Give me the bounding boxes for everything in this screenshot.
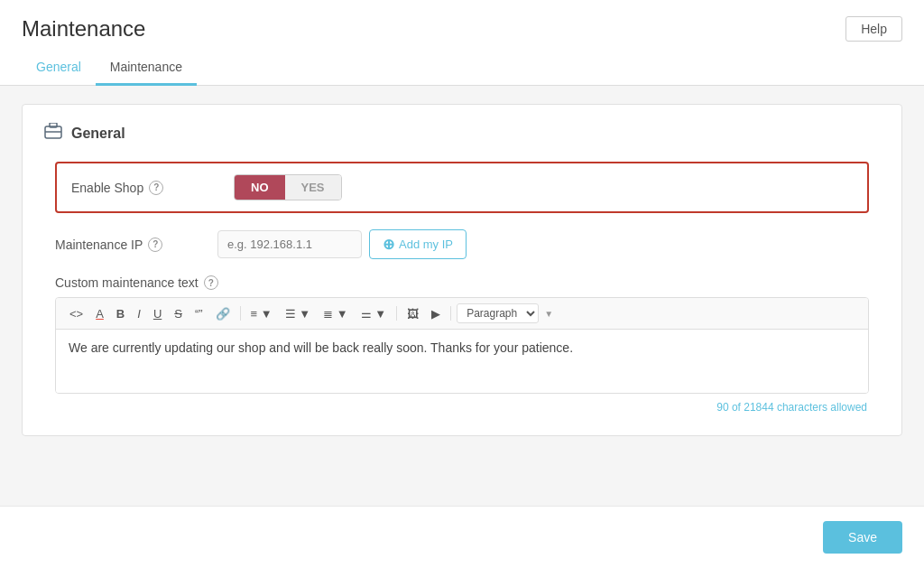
toolbar-list-btn[interactable]: ☰ ▼ <box>281 304 315 323</box>
char-count: 90 of 21844 characters allowed <box>55 397 869 414</box>
maintenance-ip-help-icon[interactable]: ? <box>148 237 162 252</box>
text-editor: <> A B I U S “” 🔗 ≡ ▼ ☰ ▼ ≣ ▼ ⚌ ▼ <box>55 297 869 394</box>
enable-shop-row: Enable Shop ? NO YES <box>55 162 869 213</box>
tab-maintenance[interactable]: Maintenance <box>96 51 197 86</box>
toolbar-blockquote-btn[interactable]: “” <box>190 304 208 323</box>
add-ip-button[interactable]: ⊕ Add my IP <box>369 229 467 259</box>
toggle-no-button[interactable]: NO <box>235 175 285 200</box>
toolbar-ordered-list-btn[interactable]: ≣ ▼ <box>319 304 352 323</box>
toolbar-strikethrough-btn[interactable]: S <box>170 304 187 323</box>
tab-general[interactable]: General <box>22 51 96 86</box>
page-footer: Save <box>0 506 924 568</box>
maintenance-ip-label: Maintenance IP ? <box>55 237 217 252</box>
general-card: General Enable Shop ? NO YES Maintenance… <box>22 104 902 436</box>
maintenance-ip-row: Maintenance IP ? ⊕ Add my IP <box>44 229 880 259</box>
toolbar-separator-3 <box>450 306 451 321</box>
plus-icon: ⊕ <box>383 236 394 253</box>
paragraph-select[interactable]: Paragraph Heading 1 Heading 2 Heading 3 <box>457 303 539 323</box>
toggle-yes-button[interactable]: YES <box>285 175 341 200</box>
toolbar-font-color-btn[interactable]: A <box>91 304 108 323</box>
custom-text-section: Custom maintenance text ? <> A B I U S “… <box>44 275 880 414</box>
toolbar-separator-2 <box>396 306 397 321</box>
tabs-bar: General Maintenance <box>0 51 924 86</box>
editor-body[interactable]: We are currently updating our shop and w… <box>56 330 868 393</box>
custom-text-label: Custom maintenance text ? <box>55 275 869 290</box>
enable-shop-help-icon[interactable]: ? <box>149 181 163 195</box>
toolbar-media-btn[interactable]: ▶ <box>427 304 445 323</box>
enable-shop-toggle[interactable]: NO YES <box>234 174 342 200</box>
toolbar-separator-1 <box>240 306 241 321</box>
maintenance-ip-input[interactable] <box>217 230 362 258</box>
toolbar-underline-btn[interactable]: U <box>149 304 166 323</box>
enable-shop-label: Enable Shop ? <box>71 181 234 195</box>
toolbar-italic-btn[interactable]: I <box>133 304 145 323</box>
briefcase-icon <box>44 123 62 144</box>
main-content: General Enable Shop ? NO YES Maintenance… <box>0 86 924 506</box>
toolbar-image-btn[interactable]: 🖼 <box>402 304 423 323</box>
toolbar-table-btn[interactable]: ⚌ ▼ <box>356 304 391 323</box>
card-title: General <box>71 126 125 142</box>
toolbar-align-btn[interactable]: ≡ ▼ <box>246 304 277 323</box>
save-button[interactable]: Save <box>823 521 902 554</box>
page-title: Maintenance <box>22 16 145 42</box>
card-header: General <box>44 123 880 144</box>
editor-toolbar: <> A B I U S “” 🔗 ≡ ▼ ☰ ▼ ≣ ▼ ⚌ ▼ <box>56 298 868 330</box>
help-button[interactable]: Help <box>845 16 902 42</box>
custom-text-help-icon[interactable]: ? <box>204 275 218 290</box>
toolbar-link-btn[interactable]: 🔗 <box>211 304 235 323</box>
ip-field-group: ⊕ Add my IP <box>217 229 467 259</box>
toolbar-bold-btn[interactable]: B <box>112 304 129 323</box>
toolbar-code-btn[interactable]: <> <box>65 304 88 323</box>
page-header: Maintenance Help <box>0 0 924 51</box>
